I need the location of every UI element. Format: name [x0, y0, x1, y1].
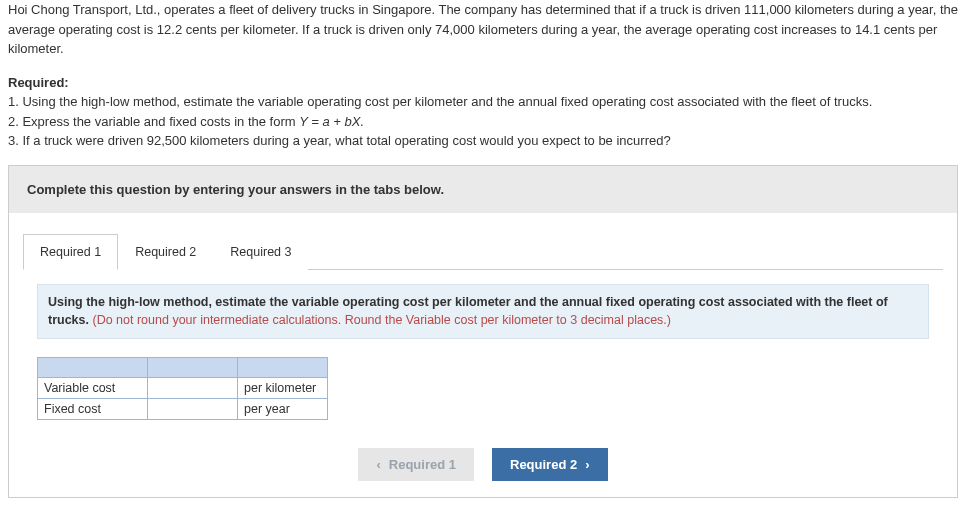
fixed-cost-input[interactable]: [148, 399, 237, 419]
table-row: Variable cost per kilometer: [38, 378, 328, 399]
answer-table: Variable cost per kilometer Fixed cost p…: [37, 357, 328, 420]
prev-button: ‹ Required 1: [358, 448, 474, 481]
tab-required-3[interactable]: Required 3: [213, 234, 308, 270]
header-empty-1: [38, 358, 148, 378]
requirement-1: 1. Using the high-low method, estimate t…: [8, 94, 872, 109]
instruction-bar: Complete this question by entering your …: [9, 166, 957, 213]
tab-list: Required 1 Required 2 Required 3: [23, 233, 943, 270]
tabs-container: Required 1 Required 2 Required 3 Using t…: [9, 213, 957, 439]
chevron-right-icon: ›: [585, 457, 589, 472]
tab-required-2[interactable]: Required 2: [118, 234, 213, 270]
problem-statement: Hoi Chong Transport, Ltd., operates a fl…: [0, 0, 966, 151]
requirement-3: 3. If a truck were driven 92,500 kilomet…: [8, 133, 671, 148]
question-instruction: Using the high-low method, estimate the …: [37, 284, 929, 340]
problem-para-1: Hoi Chong Transport, Ltd., operates a fl…: [8, 0, 958, 59]
tab-panel-required-1: Using the high-low method, estimate the …: [23, 270, 943, 439]
variable-cost-label: Variable cost: [38, 378, 148, 399]
prev-button-label: Required 1: [389, 457, 456, 472]
question-instruction-note: (Do not round your intermediate calculat…: [92, 313, 671, 327]
answer-table-header-row: [38, 358, 328, 378]
header-empty-2: [148, 358, 238, 378]
required-heading: Required:: [8, 75, 69, 90]
variable-cost-unit: per kilometer: [238, 378, 328, 399]
requirement-2-formula: Y = a + bX.: [299, 114, 364, 129]
nav-buttons: ‹ Required 1 Required 2 ›: [9, 438, 957, 497]
variable-cost-input[interactable]: [148, 378, 237, 398]
next-button-label: Required 2: [510, 457, 577, 472]
table-row: Fixed cost per year: [38, 399, 328, 420]
tab-required-1[interactable]: Required 1: [23, 234, 118, 270]
requirement-2-prefix: 2. Express the variable and fixed costs …: [8, 114, 299, 129]
next-button[interactable]: Required 2 ›: [492, 448, 608, 481]
chevron-left-icon: ‹: [376, 457, 380, 472]
fixed-cost-label: Fixed cost: [38, 399, 148, 420]
requirements-block: Required: 1. Using the high-low method, …: [8, 73, 958, 151]
fixed-cost-unit: per year: [238, 399, 328, 420]
header-empty-3: [238, 358, 328, 378]
answer-panel: Complete this question by entering your …: [8, 165, 958, 499]
